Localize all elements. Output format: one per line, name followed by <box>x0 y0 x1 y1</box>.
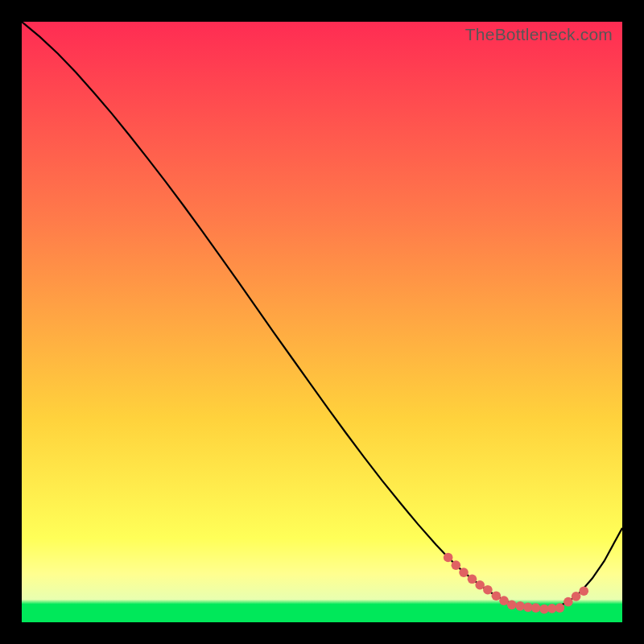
marker-dot <box>452 560 461 570</box>
marker-dot <box>492 591 502 601</box>
attribution-label: TheBottleneck.com <box>465 25 613 44</box>
marker-dot <box>515 601 525 611</box>
bottleneck-chart <box>22 22 622 622</box>
gradient-background <box>22 22 622 622</box>
chart-frame: TheBottleneck.com <box>22 22 622 622</box>
marker-dot <box>459 568 469 577</box>
marker-dot <box>531 603 541 613</box>
marker-dot <box>564 597 573 607</box>
marker-dot <box>579 586 588 596</box>
marker-dot <box>468 574 477 584</box>
marker-dot <box>555 603 565 613</box>
marker-dot <box>475 580 485 590</box>
marker-dot <box>507 601 517 610</box>
marker-dot <box>483 585 493 595</box>
marker-dot <box>444 553 453 563</box>
marker-dot <box>572 592 581 601</box>
